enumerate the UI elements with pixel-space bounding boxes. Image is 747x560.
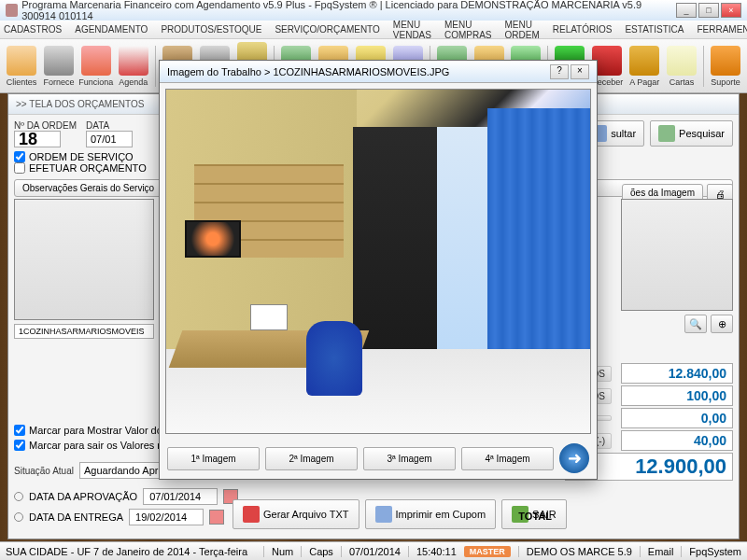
menu-servico[interactable]: SERVIÇO/ORÇAMENTO <box>275 24 379 35</box>
imprimir-cupom-button[interactable]: Imprimir em Cupom <box>365 499 497 529</box>
calendar-icon[interactable] <box>209 510 224 525</box>
fornece-icon <box>44 46 74 76</box>
total-servicos: 100,00 <box>621 385 733 406</box>
funciona-icon <box>81 46 111 76</box>
total-label: TOTAL <box>518 511 552 522</box>
chk-sair[interactable] <box>14 440 25 451</box>
next-image-button[interactable]: ➜ <box>559 443 589 473</box>
status-date: 07/01/2014 <box>341 546 401 557</box>
menubar: CADASTROS AGENDAMENTO PRODUTOS/ESTOQUE S… <box>0 21 747 39</box>
total-extra: 0,00 <box>621 408 733 428</box>
status-location: SUA CIDADE - UF 7 de Janeiro de 2014 - T… <box>6 546 247 557</box>
modal-title-text: Imagem do Trabalho > 1COZINHASARMARIOSMO… <box>167 66 449 77</box>
agenda-icon <box>119 46 148 76</box>
printer-icon <box>375 506 392 523</box>
tool-a pagar[interactable]: A Pagar <box>627 42 662 91</box>
zoom-reset-button[interactable]: ⊕ <box>711 315 733 333</box>
data-entrega[interactable]: 19/02/2014 <box>129 509 204 525</box>
chk-valor[interactable] <box>14 425 25 436</box>
menu-produtos[interactable]: PRODUTOS/ESTOQUE <box>161 24 261 35</box>
menu-relatorios[interactable]: RELATÓRIOS <box>553 24 613 35</box>
data-aprovacao[interactable]: 07/01/2014 <box>143 488 218 505</box>
menu-ordem[interactable]: MENU ORDEM <box>505 20 540 40</box>
titlebar-text: Programa Marcenaria Financeiro com Agend… <box>21 0 676 21</box>
status-demo: DEMO OS MARCE 5.9 <box>518 546 632 557</box>
pesquisar-button[interactable]: Pesquisar <box>650 120 733 147</box>
total-desconto: 40,00 <box>621 430 733 451</box>
menu-agendamento[interactable]: AGENDAMENTO <box>75 24 148 35</box>
thumbnail-right[interactable] <box>621 199 733 311</box>
image-3-button[interactable]: 3ª Imagem <box>363 447 456 470</box>
minimize-button[interactable]: _ <box>676 3 697 18</box>
tool-suporte[interactable]: Suporte <box>708 42 743 91</box>
status-fpq[interactable]: FpqSystem <box>681 546 741 557</box>
suporte-icon <box>711 46 740 76</box>
image-1-button[interactable]: 1ª Imagem <box>167 447 260 470</box>
thumbnail-left[interactable] <box>14 199 154 320</box>
txt-icon <box>243 506 260 523</box>
data-label: DATA <box>86 120 133 131</box>
app-icon <box>6 4 18 17</box>
menu-ferramentas[interactable]: FERRAMENTAS <box>697 24 747 35</box>
menu-vendas[interactable]: MENU VENDAS <box>393 20 431 40</box>
zoom-in-button[interactable]: 🔍 <box>684 315 707 333</box>
modal-close-button[interactable]: × <box>571 64 589 79</box>
situacao-label: Situação Atual <box>14 466 74 476</box>
close-button[interactable]: × <box>721 3 741 18</box>
maximize-button[interactable]: □ <box>698 3 719 18</box>
thumbnail-filename: 1COZINHASARMARIOSMOVEIS <box>14 324 154 339</box>
tool-funciona[interactable]: Funciona <box>78 42 114 91</box>
tool-agenda[interactable]: Agenda <box>116 42 151 91</box>
chk-os[interactable] <box>14 151 25 162</box>
modal-help-button[interactable]: ? <box>550 64 569 79</box>
status-caps: Caps <box>301 546 333 557</box>
menu-compras[interactable]: MENU COMPRAS <box>444 20 492 40</box>
status-email[interactable]: Email <box>640 546 674 557</box>
image-4-button[interactable]: 4ª Imagem <box>461 447 554 470</box>
radio-entrega[interactable] <box>14 512 23 522</box>
cartas-icon <box>667 46 697 76</box>
tool-fornece[interactable]: Fornece <box>41 42 77 91</box>
work-image <box>165 89 591 434</box>
gerar-txt-button[interactable]: Gerar Arquivo TXT <box>233 499 359 529</box>
image-modal: Imagem do Trabalho > 1COZINHASARMARIOSMO… <box>159 60 598 480</box>
tool-clientes[interactable]: Clientes <box>4 42 39 91</box>
status-time: 15:40:11 <box>408 546 457 557</box>
tool-cartas[interactable]: Cartas <box>664 42 699 91</box>
total-produtos: 12.840,00 <box>621 363 733 384</box>
modal-titlebar: Imagem do Trabalho > 1COZINHASARMARIOSMO… <box>160 61 597 83</box>
radio-aprovacao[interactable] <box>14 492 23 501</box>
clientes-icon <box>7 46 36 76</box>
a pagar-icon <box>629 46 659 76</box>
image-2-button[interactable]: 2ª Imagem <box>265 447 358 470</box>
menu-estatistica[interactable]: ESTATISTICA <box>625 24 684 35</box>
data-value[interactable]: 07/01 <box>86 131 133 147</box>
chk-orc[interactable] <box>14 162 25 174</box>
statusbar: SUA CIDADE - UF 7 de Janeiro de 2014 - T… <box>0 541 747 560</box>
status-master: MASTER <box>464 546 511 557</box>
binoculars-icon <box>658 125 675 142</box>
status-num: Num <box>263 546 293 557</box>
ordem-value[interactable]: 18 <box>14 131 61 147</box>
menu-cadastros[interactable]: CADASTROS <box>4 24 62 35</box>
titlebar: Programa Marcenaria Financeiro com Agend… <box>0 0 747 21</box>
